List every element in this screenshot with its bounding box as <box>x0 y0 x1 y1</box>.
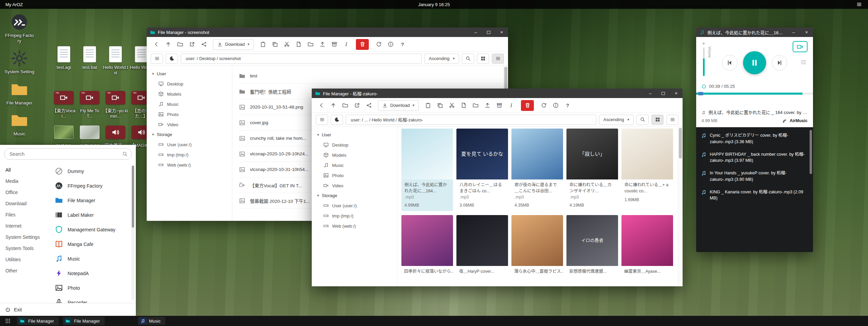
seek-handle[interactable] <box>698 92 703 95</box>
paste-button[interactable] <box>422 100 433 111</box>
seek-bar[interactable] <box>696 93 813 95</box>
sidebar-toggle-button[interactable] <box>151 54 163 64</box>
info-button[interactable] <box>550 100 561 111</box>
help-button[interactable]: ? <box>397 39 408 50</box>
breadcrumb[interactable]: user: / Desktop / screenshot <box>181 54 422 64</box>
download-button[interactable]: Download▾ <box>378 100 419 111</box>
pause-button[interactable] <box>743 51 766 74</box>
new-file-button[interactable] <box>458 100 469 111</box>
sort-dropdown[interactable]: Ascending▾ <box>424 54 459 64</box>
maximize-button[interactable] <box>657 89 670 98</box>
sidebar-item-models[interactable]: Models <box>312 150 397 160</box>
close-button[interactable]: × <box>495 27 508 37</box>
help-button[interactable]: ? <box>562 100 573 111</box>
file-tile[interactable]: 「寂しい」命に嫌われている＿カンザキイオリ....mp34.19MB <box>566 129 618 211</box>
startmenu-category-files[interactable]: Files <box>0 209 52 220</box>
next-track-button[interactable] <box>772 55 787 71</box>
new-file-button[interactable] <box>293 39 304 50</box>
taskbar-task-file-manager[interactable]: File Manager <box>17 317 59 325</box>
file-tile[interactable]: 命に嫌われている＿+ acoustic co...1.69MB <box>621 129 673 211</box>
desktop-file-item[interactable]: 田丸篤志... <box>103 123 128 148</box>
up-button[interactable] <box>328 100 339 111</box>
new-folder-button[interactable] <box>470 100 481 111</box>
download-button[interactable]: Download▾ <box>213 39 254 50</box>
sidebar-item-desktop[interactable]: Desktop <box>147 79 232 89</box>
previous-track-button[interactable] <box>722 55 738 71</box>
startmenu-category-internet[interactable]: Internet <box>0 220 52 232</box>
minimize-button[interactable]: – <box>787 27 800 37</box>
cast-toggle-button[interactable] <box>793 41 808 52</box>
delete-button[interactable] <box>521 100 534 111</box>
up-button[interactable] <box>163 39 174 50</box>
sidebar-item-music[interactable]: Music <box>312 160 397 170</box>
archive-button[interactable] <box>329 39 340 50</box>
breadcrumb[interactable]: user: / ... / Hello World / 柘榴-zakuro- <box>346 115 596 125</box>
startmenu-app-ffmpeg-factory[interactable]: FFmpeg Factory <box>52 178 136 193</box>
scrollbar[interactable] <box>131 165 134 300</box>
startmenu-category-office[interactable]: Office <box>0 187 52 198</box>
playlist-item[interactable]: HAPPY BIRTHDAY _ back number cover. by 柘… <box>696 148 813 167</box>
open-folder-button[interactable] <box>340 100 350 111</box>
sidebar-item-web-web[interactable]: Web (web:/) <box>147 160 232 170</box>
desktop-icon-file-manager[interactable]: File Manager <box>3 80 35 106</box>
sidebar-item-photo[interactable]: Photo <box>147 109 232 119</box>
playlist-menu-button[interactable] <box>800 59 807 66</box>
back-button[interactable] <box>151 39 162 50</box>
file-tile[interactable]: 君が夜の海に還るまで＿こんにちは谷田....mp34.35MB <box>511 129 563 211</box>
startmenu-category-other[interactable]: Other <box>0 265 52 276</box>
sidebar-item-video[interactable]: Video <box>312 180 397 191</box>
file-tile[interactable]: 幽霊東京＿Ayase... <box>621 215 673 276</box>
refresh-button[interactable] <box>373 39 384 50</box>
sidebar-item-tmp-tmp[interactable]: tmp (tmp:/) <box>312 211 397 221</box>
desktop-file-test-agi[interactable]: test.agi <box>51 45 77 88</box>
dark-mode-button[interactable] <box>166 54 178 64</box>
sidebar-toggle-button[interactable] <box>316 115 328 125</box>
desktop-file-test-bat[interactable]: test.bat <box>77 45 103 88</box>
minimize-button[interactable]: – <box>644 89 657 98</box>
cut-button[interactable] <box>281 39 292 50</box>
rename-button[interactable]: I <box>506 100 517 111</box>
scrollbar-thumb[interactable] <box>810 130 812 174</box>
file-tile[interactable]: 四季折々に揺蕩いながら... <box>401 215 453 276</box>
back-button[interactable] <box>316 100 327 111</box>
sidebar-section-user[interactable]: ▾User <box>147 69 232 79</box>
sidebar-item-user-user[interactable]: User (user:/) <box>312 200 397 211</box>
startmenu-category-all[interactable]: All <box>0 165 52 176</box>
rename-button[interactable]: I <box>341 39 351 50</box>
search-input[interactable] <box>4 148 132 160</box>
startmenu-category-media[interactable]: Media <box>0 176 52 187</box>
app-launcher-button[interactable] <box>3 317 13 325</box>
open-in-new-button[interactable] <box>186 39 197 50</box>
desktop-file-output-jpg[interactable]: output.jpg <box>77 123 103 148</box>
startmenu-app-notepada[interactable]: NotepadA <box>52 266 136 281</box>
share-button[interactable] <box>198 39 209 50</box>
sidebar-item-web-web[interactable]: Web (web:/) <box>312 221 397 231</box>
share-button[interactable] <box>363 100 374 111</box>
paste-button[interactable] <box>257 39 268 50</box>
desktop-file-yu-kimin[interactable]: HD【東方~yu kimin... <box>103 88 128 123</box>
info-button[interactable] <box>385 39 396 50</box>
sidebar-item-video[interactable]: Video <box>147 119 232 130</box>
desktop-file-test-jpg[interactable]: test.jpg <box>51 123 77 148</box>
file-tile[interactable]: 夏を見て いるかな八月のレイニー＿はるまきごはん co....mp33.06MB <box>456 129 508 211</box>
sidebar-section-storage[interactable]: ▾Storage <box>312 191 397 200</box>
new-folder-button[interactable] <box>305 39 316 50</box>
sidebar-item-desktop[interactable]: Desktop <box>312 140 397 150</box>
minimize-button[interactable]: – <box>469 27 482 37</box>
playlist-item[interactable]: KING _ Kanaria cover. by 柘榴-zakuro-.mp3 … <box>696 186 813 205</box>
desktop-icon-system-setting[interactable]: System Setting <box>3 49 35 75</box>
desktop-icon-music[interactable]: Music <box>3 111 35 137</box>
maximize-button[interactable] <box>482 27 495 37</box>
desktop-file-fly-me-to-t[interactable]: HDFly Me To T... <box>77 88 103 123</box>
open-in-new-button[interactable] <box>351 100 362 111</box>
startmenu-app-manga-cafe[interactable]: Manga Cafe <box>52 237 136 251</box>
sidebar-item-user-user[interactable]: User (user:/) <box>147 139 232 150</box>
sidebar-section-storage[interactable]: ▾Storage <box>147 130 232 139</box>
list-view-button[interactable] <box>666 115 679 125</box>
startmenu-category-download[interactable]: Download <box>0 198 52 209</box>
search-button[interactable] <box>462 54 474 64</box>
startmenu-app-management-gateway[interactable]: Management Gateway <box>52 222 136 237</box>
file-tile[interactable]: 夜＿HaryP cover... <box>456 215 508 276</box>
titlebar[interactable]: File Manager - screenshot – × <box>147 27 508 37</box>
desktop-file-hello-world-txt[interactable]: Hello World.txt <box>103 45 128 88</box>
